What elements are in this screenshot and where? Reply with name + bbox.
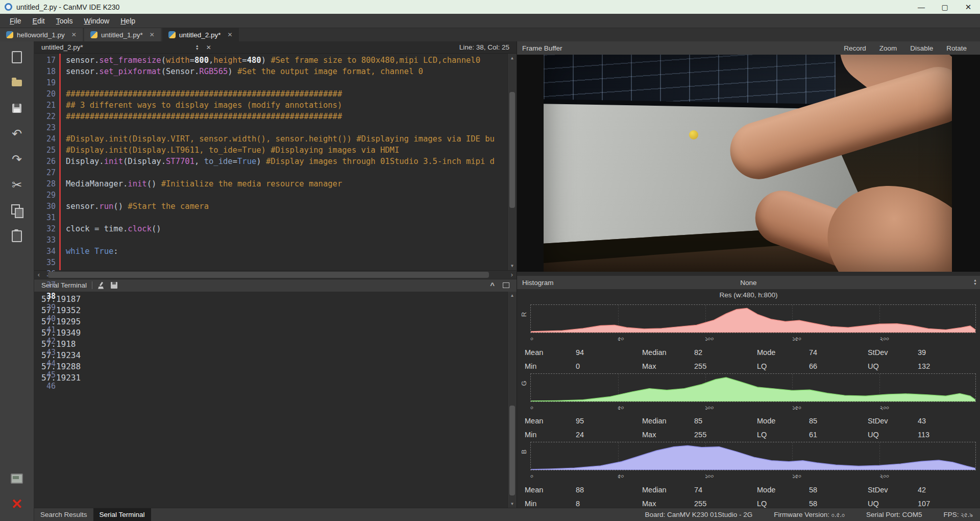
close-tab-icon[interactable]: ✕ — [228, 31, 233, 38]
doc-tab-untitled_2-py-[interactable]: untitled_2.py*✕ — [162, 28, 239, 41]
line-number: 24 — [34, 133, 59, 145]
code-line[interactable]: sensor.run() #Start the camera — [66, 201, 507, 212]
serial-vscrollbar[interactable]: ▲ ▼ — [507, 292, 517, 508]
code-line[interactable]: Display.init(Display.ST7701, to_ide=True… — [66, 156, 507, 167]
menu-item-window[interactable]: Window — [78, 17, 115, 25]
line-number: 37 — [34, 279, 59, 291]
detach-panel-icon[interactable] — [503, 282, 509, 288]
line-number: 29 — [34, 190, 59, 201]
code-line[interactable] — [66, 212, 507, 223]
python-file-icon — [168, 31, 176, 38]
stat-value: 255 — [694, 500, 757, 508]
code-line[interactable]: #Display.init(Display.VIRT, sensor.width… — [66, 133, 507, 145]
save-log-icon[interactable] — [111, 282, 117, 289]
menu-bar: FileEditToolsWindowHelp — [0, 14, 980, 28]
editor-hscrollbar[interactable]: ‹ › — [34, 270, 517, 279]
code-line[interactable]: clock = time.clock() — [66, 223, 507, 234]
line-number: 22 — [34, 111, 59, 122]
code-editor[interactable]: 1718192021222324252627282930313233343536… — [34, 54, 517, 270]
scroll-down-icon[interactable]: ▼ — [508, 500, 517, 508]
clear-terminal-icon[interactable] — [97, 282, 105, 289]
redo-icon[interactable]: ↷ — [8, 151, 26, 168]
line-number: 41 — [34, 324, 59, 336]
histogram-mode-dropdown[interactable]: None — [517, 279, 980, 287]
menu-item-help[interactable]: Help — [115, 17, 141, 25]
code-line[interactable]: sensor.set_pixformat(Sensor.RGB565) #Set… — [66, 66, 507, 77]
serial-terminal-output[interactable]: 57.1918757.1935257.1929557.1934957.19185… — [34, 292, 517, 508]
disconnect-icon[interactable]: ✕ — [8, 495, 26, 513]
code-line[interactable] — [66, 122, 507, 133]
disable-button[interactable]: Disable — [910, 44, 933, 52]
x-tick-label: ০ — [530, 404, 533, 412]
menu-item-tools[interactable]: Tools — [51, 17, 79, 25]
code-line[interactable]: while True: — [66, 246, 507, 257]
code-line[interactable] — [66, 77, 507, 88]
scroll-up-icon[interactable]: ▲ — [508, 292, 517, 300]
histogram-plot-r — [530, 304, 976, 333]
code-line[interactable] — [66, 234, 507, 246]
scroll-right-icon[interactable]: › — [507, 271, 517, 278]
scroll-down-icon[interactable]: ▼ — [508, 262, 517, 270]
paste-icon[interactable] — [8, 227, 26, 245]
x-tick-label: ১০০ — [705, 404, 714, 412]
record-button[interactable]: Record — [844, 44, 866, 52]
bottom-tab-serial-terminal[interactable]: Serial Terminal — [93, 508, 151, 521]
stat-value: 255 — [694, 431, 757, 439]
close-button[interactable]: ✕ — [957, 0, 980, 14]
x-axis-ticks: ০৫০১০০১৫০২০০ — [530, 334, 976, 343]
copy-icon[interactable] — [8, 202, 26, 219]
code-line[interactable] — [66, 167, 507, 178]
doc-tab-untitled_1-py-[interactable]: untitled_1.py*✕ — [84, 28, 161, 41]
line-number: 31 — [34, 212, 59, 223]
serial-output-line: 57.19295 — [41, 316, 507, 327]
code-line[interactable]: ################### — [66, 268, 507, 270]
line-number: 44 — [34, 358, 59, 369]
line-number: 34 — [34, 246, 59, 257]
serial-output-line: 57.19231 — [41, 372, 507, 384]
x-tick-label: ২০০ — [880, 335, 889, 343]
close-tab-icon[interactable]: ✕ — [71, 31, 77, 38]
stat-value: 85 — [694, 417, 757, 425]
editor-doc-tab[interactable]: untitled_2.py* — [34, 43, 83, 51]
new-file-icon[interactable] — [8, 49, 26, 66]
minimize-button[interactable]: — — [910, 0, 933, 14]
code-area[interactable]: sensor.set_framesize(width=800,height=48… — [61, 54, 507, 270]
editor-vscrollbar[interactable]: ▲ ▼ — [507, 54, 517, 270]
stat-value: 58 — [809, 500, 868, 508]
menu-item-edit[interactable]: Edit — [27, 17, 51, 25]
split-arrows-icon[interactable]: ▲▼ — [195, 44, 199, 51]
line-number: 18 — [34, 66, 59, 77]
code-line[interactable]: ## 3 different ways to display images (m… — [66, 100, 507, 111]
histogram-plot-b — [530, 442, 976, 470]
code-line[interactable]: ########################################… — [66, 88, 507, 100]
zoom-button[interactable]: Zoom — [879, 44, 897, 52]
dropdown-spinner-icon[interactable]: ▲▼ — [973, 278, 977, 286]
close-doc-icon[interactable]: ✕ — [206, 44, 211, 51]
close-tab-icon[interactable]: ✕ — [150, 31, 155, 38]
open-file-icon[interactable] — [8, 74, 26, 91]
connect-board-icon[interactable] — [8, 470, 26, 487]
save-icon[interactable] — [8, 100, 26, 117]
code-line[interactable]: ########################################… — [66, 111, 507, 122]
serial-output-line: 57.19349 — [41, 327, 507, 339]
maximize-button[interactable]: ▢ — [933, 0, 957, 14]
rotate-button[interactable]: Rotate — [946, 44, 967, 52]
code-line[interactable]: #Display.init(Display.LT9611, to_ide=Tru… — [66, 145, 507, 156]
code-line[interactable] — [66, 190, 507, 201]
doc-tab-helloworld_1-py[interactable]: helloworld_1.py✕ — [0, 28, 83, 41]
cut-icon[interactable]: ✂ — [8, 176, 26, 194]
line-number: 32 — [34, 223, 59, 234]
x-tick-label: ১৫০ — [792, 472, 801, 480]
undo-icon[interactable]: ↶ — [8, 125, 26, 143]
code-line[interactable]: MediaManager.init() #Initialize the medi… — [66, 178, 507, 190]
code-line[interactable]: sensor.set_framesize(width=800,height=48… — [66, 55, 507, 66]
code-line[interactable] — [66, 257, 507, 268]
line-number: 38 — [34, 291, 59, 302]
stat-value: 58 — [809, 486, 868, 494]
stat-label: Mode — [757, 417, 809, 425]
collapse-panel-icon[interactable]: ^ — [490, 281, 495, 290]
menu-item-file[interactable]: File — [4, 17, 27, 25]
serial-terminal-header: Serial Terminal ^ — [34, 279, 517, 292]
scroll-up-icon[interactable]: ▲ — [508, 54, 517, 62]
bottom-tab-search-results[interactable]: Search Results — [34, 508, 93, 521]
